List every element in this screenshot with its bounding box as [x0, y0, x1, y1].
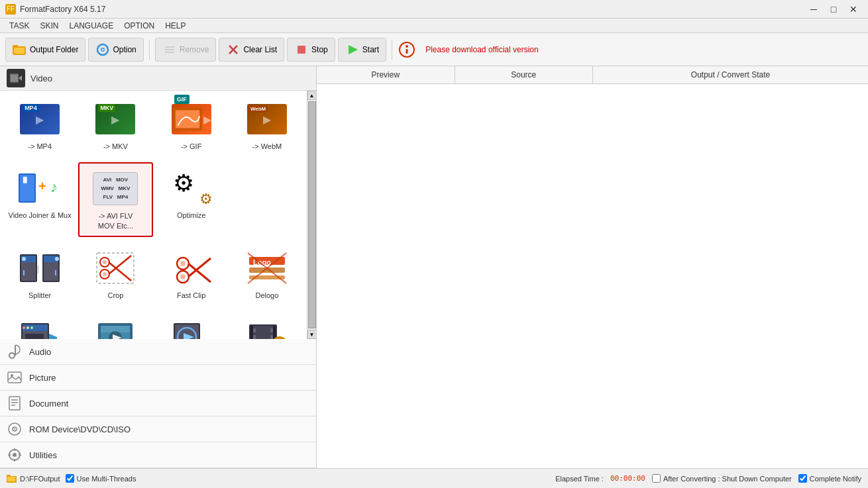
rom-section[interactable]: ROM Device\DVD\CD\ISO: [0, 416, 316, 442]
download-notice: Please download official version: [425, 45, 539, 54]
stop-label: Stop: [311, 45, 328, 54]
maximize-button[interactable]: □: [824, 3, 843, 16]
mp4-label: -> MP4: [28, 142, 52, 151]
crop[interactable]: Crop: [78, 242, 152, 306]
svg-rect-56: [23, 324, 48, 331]
mkv-label: -> MKV: [103, 142, 128, 151]
multithread-checkbox[interactable]: [66, 474, 74, 483]
shutdown-checkbox[interactable]: [652, 474, 661, 483]
splitter[interactable]: | Splitter: [3, 242, 77, 306]
optimize[interactable]: ⚙ ⚙ Optimize: [154, 162, 229, 237]
menu-bar: TASK SKIN LANGUAGE OPTION HELP: [0, 19, 868, 33]
document-section[interactable]: Document: [0, 391, 316, 416]
close-button[interactable]: ✕: [844, 3, 863, 16]
menu-option[interactable]: OPTION: [119, 20, 160, 32]
shutdown-label: After Converting : Shut Down Computer: [663, 475, 792, 483]
joiner-icon: ▐▌ + ♪: [16, 168, 64, 208]
mp4-icon: MP4: [16, 99, 64, 139]
start-icon: [345, 42, 360, 57]
shutdown-option[interactable]: After Converting : Shut Down Computer: [652, 474, 792, 483]
option-label: Option: [113, 45, 136, 54]
svg-text:|: |: [37, 264, 39, 273]
video-last-icon: [243, 317, 291, 339]
video-scrollbar[interactable]: ▲ ▼: [307, 91, 316, 339]
main-layout: Video MP4 -> MP4: [0, 66, 868, 468]
svg-point-58: [27, 326, 29, 329]
video-grid-scroll[interactable]: MP4 -> MP4 MKV -> MKV: [0, 91, 316, 339]
scroll-thumb[interactable]: [308, 101, 316, 328]
picture-section[interactable]: Picture: [0, 365, 316, 391]
rom-label: ROM Device\DVD\CD\ISO: [29, 424, 131, 434]
splitter-icon: |: [16, 248, 64, 288]
svg-rect-107: [8, 454, 11, 456]
option-button[interactable]: Option: [88, 38, 143, 62]
separator-2: [392, 40, 392, 60]
screen[interactable]: Screen: [78, 311, 152, 339]
multithread-option[interactable]: Use Multi-Threads: [66, 474, 136, 483]
scroll-up-button[interactable]: ▲: [307, 91, 317, 100]
splitter-label: Splitter: [28, 291, 51, 300]
delogo[interactable]: Logo Delogo: [230, 242, 304, 306]
video-section-header[interactable]: Video: [0, 66, 316, 91]
svg-rect-105: [14, 448, 15, 451]
elapsed-label: Elapsed Time :: [555, 475, 604, 483]
svg-rect-1: [13, 45, 18, 48]
svg-rect-7: [165, 49, 174, 50]
toolbar: Output Folder Option Remove: [0, 33, 868, 66]
format-mp4[interactable]: MP4 -> MP4: [3, 93, 77, 157]
menu-task[interactable]: TASK: [4, 20, 34, 32]
svg-rect-85: [270, 335, 273, 339]
clear-list-button[interactable]: Clear List: [219, 38, 284, 62]
stop-button[interactable]: Stop: [287, 38, 335, 62]
notify-option[interactable]: Complete Notify: [798, 474, 861, 483]
picture-label: Picture: [29, 373, 56, 383]
svg-rect-2: [14, 48, 25, 54]
minimize-button[interactable]: ─: [804, 3, 823, 16]
fast-clip-icon: [168, 248, 215, 288]
start-label: Start: [362, 45, 379, 54]
remove-button[interactable]: Remove: [155, 38, 217, 62]
content-header: Preview Source Output / Convert State: [317, 66, 868, 84]
fast-clip[interactable]: Fast Clip: [154, 242, 229, 306]
output-column-header: Output / Convert State: [593, 66, 868, 83]
menu-language[interactable]: LANGUAGE: [64, 20, 119, 32]
remove-icon: [162, 42, 177, 57]
video-section-label: Video: [30, 73, 52, 83]
utilities-section[interactable]: Utilities: [0, 442, 316, 468]
svg-rect-93: [15, 345, 16, 356]
svg-text:+: +: [38, 179, 46, 193]
svg-point-38: [103, 272, 107, 276]
folder-icon: [13, 42, 27, 57]
svg-rect-6: [165, 46, 174, 48]
menu-help[interactable]: HELP: [160, 20, 191, 32]
output-folder-button[interactable]: Output Folder: [5, 38, 85, 62]
app-icon-text: FF: [7, 5, 15, 13]
video-joiner[interactable]: ▐▌ + ♪ Video Joiner & Mux: [3, 162, 77, 237]
video-last[interactable]: Video: [230, 311, 304, 339]
svg-point-5: [102, 48, 104, 50]
export[interactable]: Export: [3, 311, 77, 339]
sidebar: Video MP4 -> MP4: [0, 66, 317, 468]
document-icon: [5, 394, 24, 413]
svg-point-102: [14, 428, 15, 430]
scroll-down-button[interactable]: ▼: [307, 330, 317, 339]
format-webm[interactable]: WebM -> WebM: [230, 93, 304, 157]
start-button[interactable]: Start: [338, 38, 386, 62]
audio-section[interactable]: Audio: [0, 339, 316, 365]
format[interactable]: Format: [154, 311, 229, 339]
svg-rect-88: [278, 336, 281, 339]
svg-rect-111: [7, 477, 15, 481]
format-avi[interactable]: AVI MOVWMV MKVFLV MP4 -> AVI FLVMOV Etc.…: [78, 162, 152, 237]
webm-label: -> WebM: [252, 142, 282, 151]
svg-marker-17: [19, 75, 22, 81]
stop-icon: [294, 42, 309, 57]
format-mkv[interactable]: MKV -> MKV: [78, 93, 152, 157]
notify-checkbox[interactable]: [798, 474, 807, 483]
menu-skin[interactable]: SKIN: [34, 20, 64, 32]
utilities-label: Utilities: [29, 450, 57, 460]
format-gif[interactable]: GIF -> GIF: [154, 93, 229, 157]
svg-rect-110: [7, 475, 11, 477]
delogo-label: Delogo: [255, 291, 278, 300]
webm-icon: WebM: [243, 99, 291, 139]
gif-label: -> GIF: [181, 142, 201, 151]
